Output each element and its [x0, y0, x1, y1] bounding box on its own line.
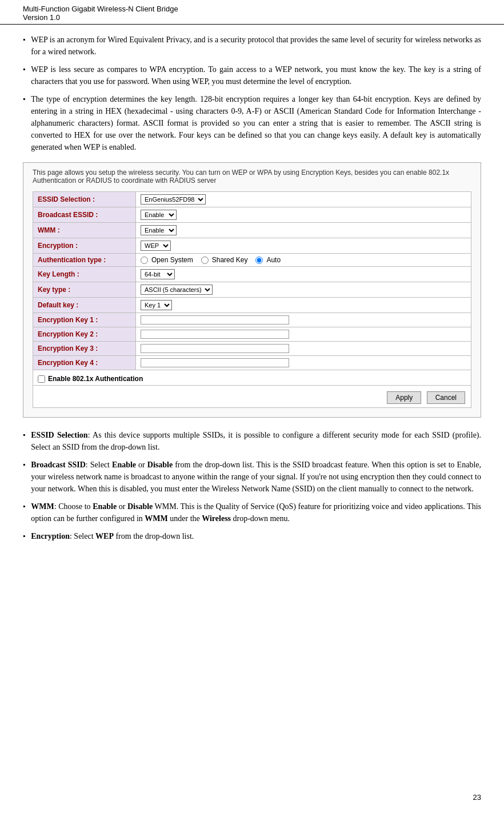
desc-label-encryption: Encryption: [31, 532, 70, 540]
enc-key-1-input[interactable]: [141, 315, 289, 325]
cancel-button[interactable]: Cancel: [427, 391, 465, 404]
checkbox-cell-8021x: Enable 802.1x Authentication: [33, 370, 471, 386]
radio-open-system[interactable]: Open System: [141, 256, 193, 264]
label-enc-key-4: Encryption Key 4 :: [33, 356, 136, 370]
label-essid: ESSID Selection :: [33, 192, 136, 207]
field-enc-key-3: Encryption Key 3 :: [33, 342, 471, 356]
radio-open-system-label: Open System: [151, 256, 193, 264]
radio-auto[interactable]: Auto: [255, 256, 281, 264]
radio-shared-key[interactable]: Shared Key: [201, 256, 248, 264]
description-bullets: ESSID Selection: As this device supports…: [23, 429, 481, 542]
value-broadcast-essid: Enable Disable: [136, 207, 471, 223]
main-content: WEP is an acronym for Wired Equivalent P…: [0, 25, 504, 560]
page-number: 23: [473, 793, 481, 802]
desc-label-broadcast: Broadcast SSID: [31, 460, 86, 469]
field-broadcast-essid: Broadcast ESSID : Enable Disable: [33, 207, 471, 223]
value-key-type: ASCII (5 characters) HEX (10 characters): [136, 282, 471, 298]
desc-text-encryption: : Select WEP from the drop-down list.: [70, 532, 194, 540]
label-enc-key-3: Encryption Key 3 :: [33, 342, 136, 356]
value-essid: EnGenius52FD98: [136, 192, 471, 207]
key-length-select[interactable]: 64-bit 128-bit: [141, 269, 175, 279]
field-essid: ESSID Selection : EnGenius52FD98: [33, 192, 471, 207]
form-buttons: Apply Cancel: [38, 388, 466, 405]
desc-bullet-essid: ESSID Selection: As this device supports…: [23, 429, 481, 453]
label-enc-key-1: Encryption Key 1 :: [33, 313, 136, 327]
enc-key-2-input[interactable]: [141, 330, 289, 339]
desc-bullet-wmm: WMM: Choose to Enable or Disable WMM. Th…: [23, 500, 481, 524]
label-key-length: Key Length :: [33, 267, 136, 282]
default-key-select[interactable]: Key 1 Key 2 Key 3 Key 4: [141, 300, 172, 310]
label-broadcast-essid: Broadcast ESSID :: [33, 207, 136, 223]
value-enc-key-4: [136, 356, 471, 370]
bullet-2: WEP is less secure as compares to WPA en…: [23, 63, 481, 87]
value-auth-type: Open System Shared Key Auto: [136, 254, 471, 267]
field-key-length: Key Length : 64-bit 128-bit: [33, 267, 471, 282]
value-enc-key-1: [136, 313, 471, 327]
field-enc-key-1: Encryption Key 1 :: [33, 313, 471, 327]
field-auth-type: Authentication type : Open System Shared…: [33, 254, 471, 267]
desc-text-essid: : As this device supports multiple SSIDs…: [31, 431, 481, 451]
wmm-select[interactable]: Enable Disable: [141, 225, 177, 235]
enc-key-4-input[interactable]: [141, 358, 289, 367]
label-encryption: Encryption :: [33, 238, 136, 254]
desc-text-wmm: : Choose to Enable or Disable WMM. This …: [31, 502, 481, 523]
checkbox-8021x-input[interactable]: [38, 375, 45, 383]
field-enc-key-2: Encryption Key 2 :: [33, 327, 471, 342]
desc-bullet-encryption: Encryption: Select WEP from the drop-dow…: [23, 530, 481, 542]
bullet-3: The type of encryption determines the ke…: [23, 93, 481, 153]
radio-auto-input[interactable]: [255, 257, 263, 264]
radio-shared-key-label: Shared Key: [212, 256, 248, 264]
enc-key-3-input[interactable]: [141, 344, 289, 353]
label-default-key: Default key :: [33, 298, 136, 313]
radio-auto-label: Auto: [266, 256, 281, 264]
desc-bullet-broadcast: Broadcast SSID: Select Enable or Disable…: [23, 459, 481, 495]
value-default-key: Key 1 Key 2 Key 3 Key 4: [136, 298, 471, 313]
label-key-type: Key type :: [33, 282, 136, 298]
desc-label-wmm: WMM: [31, 502, 54, 511]
value-encryption: WEP WPA None: [136, 238, 471, 254]
wep-form-table: ESSID Selection : EnGenius52FD98 Broadca…: [33, 191, 471, 408]
button-cell: Apply Cancel: [33, 386, 471, 408]
auth-radio-group: Open System Shared Key Auto: [141, 256, 466, 264]
field-default-key: Default key : Key 1 Key 2 Key 3 Key 4: [33, 298, 471, 313]
field-encryption: Encryption : WEP WPA None: [33, 238, 471, 254]
header-line1: Multi-Function Gigabit Wireless-N Client…: [23, 5, 481, 13]
desc-text-broadcast: : Select Enable or Disable from the drop…: [31, 460, 481, 493]
button-row: Apply Cancel: [33, 386, 471, 408]
field-8021x: Enable 802.1x Authentication: [33, 370, 471, 386]
page-header: Multi-Function Gigabit Wireless-N Client…: [0, 0, 504, 25]
broadcast-essid-select[interactable]: Enable Disable: [141, 210, 177, 220]
encryption-select[interactable]: WEP WPA None: [141, 241, 171, 251]
infobox-text: This page allows you setup the wireless …: [33, 169, 471, 185]
value-wmm: Enable Disable: [136, 223, 471, 238]
label-enc-key-2: Encryption Key 2 :: [33, 327, 136, 342]
field-wmm: WMM : Enable Disable: [33, 223, 471, 238]
field-key-type: Key type : ASCII (5 characters) HEX (10 …: [33, 282, 471, 298]
essid-select[interactable]: EnGenius52FD98: [141, 194, 206, 205]
apply-button[interactable]: Apply: [387, 391, 421, 404]
value-key-length: 64-bit 128-bit: [136, 267, 471, 282]
label-wmm: WMM :: [33, 223, 136, 238]
intro-bullets: WEP is an acronym for Wired Equivalent P…: [23, 34, 481, 153]
header-line2: Version 1.0: [23, 13, 481, 22]
radio-shared-key-input[interactable]: [201, 257, 209, 264]
value-enc-key-3: [136, 342, 471, 356]
field-enc-key-4: Encryption Key 4 :: [33, 356, 471, 370]
checkbox-8021x-text: Enable 802.1x Authentication: [48, 375, 143, 383]
page: Multi-Function Gigabit Wireless-N Client…: [0, 0, 504, 813]
security-form-box: This page allows you setup the wireless …: [23, 162, 481, 418]
value-enc-key-2: [136, 327, 471, 342]
desc-label-essid: ESSID Selection: [31, 431, 87, 439]
bullet-1: WEP is an acronym for Wired Equivalent P…: [23, 34, 481, 58]
key-type-select[interactable]: ASCII (5 characters) HEX (10 characters): [141, 285, 213, 295]
label-auth-type: Authentication type :: [33, 254, 136, 267]
checkbox-8021x-label[interactable]: Enable 802.1x Authentication: [38, 375, 466, 383]
radio-open-system-input[interactable]: [141, 257, 148, 264]
